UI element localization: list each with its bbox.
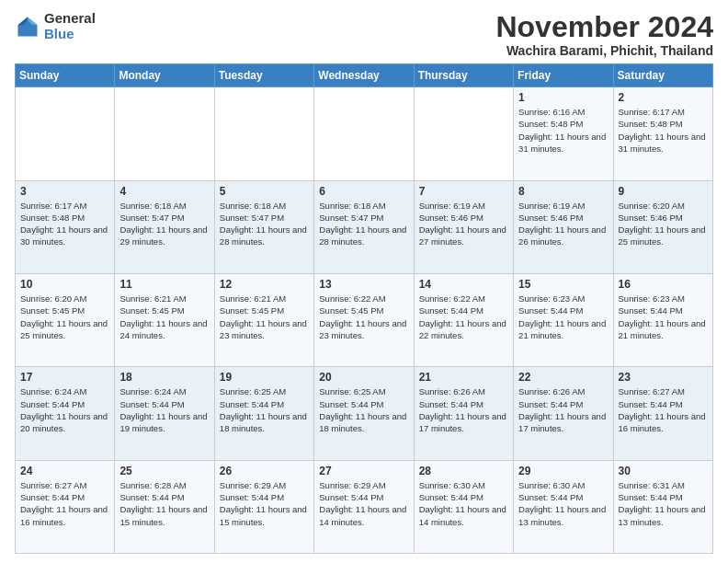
calendar-week-2: 10Sunrise: 6:20 AM Sunset: 5:45 PM Dayli…: [16, 273, 713, 366]
calendar-cell: 7Sunrise: 6:19 AM Sunset: 5:46 PM Daylig…: [414, 180, 513, 273]
logo-general-text: General: [44, 11, 96, 27]
day-number: 19: [220, 371, 309, 384]
day-number: 2: [619, 91, 708, 104]
day-number: 9: [619, 185, 708, 198]
calendar-cell: 8Sunrise: 6:19 AM Sunset: 5:46 PM Daylig…: [514, 180, 613, 273]
weekday-header-thursday: Thursday: [414, 64, 513, 87]
calendar-cell: 21Sunrise: 6:26 AM Sunset: 5:44 PM Dayli…: [414, 367, 513, 460]
day-info: Sunrise: 6:18 AM Sunset: 5:47 PM Dayligh…: [119, 200, 209, 248]
page: General Blue November 2024 Wachira Baram…: [0, 0, 728, 563]
calendar-cell: 11Sunrise: 6:21 AM Sunset: 5:45 PM Dayli…: [115, 273, 214, 366]
day-number: 4: [119, 185, 209, 198]
month-title: November 2024: [495, 11, 713, 43]
day-number: 20: [319, 371, 408, 384]
day-number: 22: [518, 371, 608, 384]
day-info: Sunrise: 6:28 AM Sunset: 5:44 PM Dayligh…: [119, 479, 209, 528]
weekday-header-saturday: Saturday: [613, 64, 712, 87]
day-info: Sunrise: 6:20 AM Sunset: 5:45 PM Dayligh…: [20, 293, 109, 341]
day-info: Sunrise: 6:23 AM Sunset: 5:44 PM Dayligh…: [619, 293, 708, 341]
calendar-week-0: 1Sunrise: 6:16 AM Sunset: 5:48 PM Daylig…: [16, 87, 713, 180]
day-number: 18: [119, 371, 209, 384]
day-number: 23: [619, 371, 708, 384]
day-info: Sunrise: 6:18 AM Sunset: 5:47 PM Dayligh…: [220, 200, 309, 248]
day-info: Sunrise: 6:26 AM Sunset: 5:44 PM Dayligh…: [419, 385, 508, 434]
day-info: Sunrise: 6:31 AM Sunset: 5:44 PM Dayligh…: [619, 479, 708, 528]
calendar-table: SundayMondayTuesdayWednesdayThursdayFrid…: [15, 63, 713, 554]
day-number: 17: [20, 371, 109, 384]
day-number: 6: [319, 185, 408, 198]
calendar-cell: 17Sunrise: 6:24 AM Sunset: 5:44 PM Dayli…: [16, 367, 115, 460]
day-info: Sunrise: 6:24 AM Sunset: 5:44 PM Dayligh…: [119, 385, 209, 434]
day-number: 14: [419, 278, 508, 291]
day-info: Sunrise: 6:17 AM Sunset: 5:48 PM Dayligh…: [20, 200, 109, 248]
calendar-cell: 28Sunrise: 6:30 AM Sunset: 5:44 PM Dayli…: [414, 460, 513, 553]
day-number: 16: [619, 278, 708, 291]
calendar-cell: 25Sunrise: 6:28 AM Sunset: 5:44 PM Dayli…: [115, 460, 214, 553]
day-info: Sunrise: 6:27 AM Sunset: 5:44 PM Dayligh…: [619, 385, 708, 434]
day-number: 15: [518, 278, 608, 291]
day-number: 27: [319, 465, 408, 477]
calendar-cell: 19Sunrise: 6:25 AM Sunset: 5:44 PM Dayli…: [214, 367, 313, 460]
calendar-cell: 20Sunrise: 6:25 AM Sunset: 5:44 PM Dayli…: [314, 367, 414, 460]
day-info: Sunrise: 6:26 AM Sunset: 5:44 PM Dayligh…: [518, 385, 608, 434]
title-area: November 2024 Wachira Barami, Phichit, T…: [495, 11, 713, 58]
calendar-week-1: 3Sunrise: 6:17 AM Sunset: 5:48 PM Daylig…: [16, 180, 713, 273]
day-number: 1: [518, 91, 608, 104]
calendar-cell: 13Sunrise: 6:22 AM Sunset: 5:45 PM Dayli…: [314, 273, 414, 366]
weekday-header-row: SundayMondayTuesdayWednesdayThursdayFrid…: [16, 64, 713, 87]
day-info: Sunrise: 6:23 AM Sunset: 5:44 PM Dayligh…: [518, 293, 608, 341]
day-number: 24: [20, 465, 109, 477]
weekday-header-friday: Friday: [514, 64, 613, 87]
day-number: 30: [619, 465, 708, 477]
day-number: 28: [419, 465, 508, 477]
day-number: 25: [119, 465, 209, 477]
day-info: Sunrise: 6:19 AM Sunset: 5:46 PM Dayligh…: [518, 200, 608, 248]
calendar-cell: 18Sunrise: 6:24 AM Sunset: 5:44 PM Dayli…: [115, 367, 214, 460]
calendar-cell: [214, 87, 313, 180]
logo-icon: [15, 14, 40, 40]
calendar-cell: 15Sunrise: 6:23 AM Sunset: 5:44 PM Dayli…: [514, 273, 613, 366]
calendar-cell: 9Sunrise: 6:20 AM Sunset: 5:46 PM Daylig…: [613, 180, 712, 273]
day-info: Sunrise: 6:25 AM Sunset: 5:44 PM Dayligh…: [319, 385, 408, 434]
calendar-cell: 6Sunrise: 6:18 AM Sunset: 5:47 PM Daylig…: [314, 180, 414, 273]
day-info: Sunrise: 6:25 AM Sunset: 5:44 PM Dayligh…: [220, 385, 309, 434]
day-info: Sunrise: 6:30 AM Sunset: 5:44 PM Dayligh…: [518, 479, 608, 528]
calendar-cell: 29Sunrise: 6:30 AM Sunset: 5:44 PM Dayli…: [514, 460, 613, 553]
calendar-cell: 5Sunrise: 6:18 AM Sunset: 5:47 PM Daylig…: [214, 180, 313, 273]
day-info: Sunrise: 6:20 AM Sunset: 5:46 PM Dayligh…: [619, 200, 708, 248]
weekday-header-tuesday: Tuesday: [214, 64, 313, 87]
calendar-cell: 3Sunrise: 6:17 AM Sunset: 5:48 PM Daylig…: [16, 180, 115, 273]
logo: General Blue: [15, 11, 96, 41]
calendar-cell: 1Sunrise: 6:16 AM Sunset: 5:48 PM Daylig…: [514, 87, 613, 180]
calendar-cell: [16, 87, 115, 180]
calendar-cell: [314, 87, 414, 180]
day-info: Sunrise: 6:24 AM Sunset: 5:44 PM Dayligh…: [20, 385, 109, 434]
day-number: 10: [20, 278, 109, 291]
day-info: Sunrise: 6:22 AM Sunset: 5:44 PM Dayligh…: [419, 293, 508, 341]
calendar-cell: 10Sunrise: 6:20 AM Sunset: 5:45 PM Dayli…: [16, 273, 115, 366]
day-number: 5: [220, 185, 309, 198]
weekday-header-wednesday: Wednesday: [314, 64, 414, 87]
day-number: 7: [419, 185, 508, 198]
day-info: Sunrise: 6:18 AM Sunset: 5:47 PM Dayligh…: [319, 200, 408, 248]
header: General Blue November 2024 Wachira Baram…: [15, 11, 713, 58]
calendar-cell: 30Sunrise: 6:31 AM Sunset: 5:44 PM Dayli…: [613, 460, 712, 553]
day-number: 26: [220, 465, 309, 477]
day-info: Sunrise: 6:21 AM Sunset: 5:45 PM Dayligh…: [220, 293, 309, 341]
calendar-week-3: 17Sunrise: 6:24 AM Sunset: 5:44 PM Dayli…: [16, 367, 713, 460]
weekday-header-sunday: Sunday: [16, 64, 115, 87]
logo-text: General Blue: [44, 11, 96, 41]
calendar-cell: 23Sunrise: 6:27 AM Sunset: 5:44 PM Dayli…: [613, 367, 712, 460]
calendar-cell: 24Sunrise: 6:27 AM Sunset: 5:44 PM Dayli…: [16, 460, 115, 553]
day-number: 3: [20, 185, 109, 198]
calendar-cell: 27Sunrise: 6:29 AM Sunset: 5:44 PM Dayli…: [314, 460, 414, 553]
day-info: Sunrise: 6:29 AM Sunset: 5:44 PM Dayligh…: [319, 479, 408, 528]
calendar-cell: 4Sunrise: 6:18 AM Sunset: 5:47 PM Daylig…: [115, 180, 214, 273]
day-number: 21: [419, 371, 508, 384]
day-number: 11: [119, 278, 209, 291]
weekday-header-monday: Monday: [115, 64, 214, 87]
day-number: 29: [518, 465, 608, 477]
day-info: Sunrise: 6:17 AM Sunset: 5:48 PM Dayligh…: [619, 106, 708, 155]
logo-blue-text: Blue: [44, 27, 96, 42]
calendar-cell: 26Sunrise: 6:29 AM Sunset: 5:44 PM Dayli…: [214, 460, 313, 553]
